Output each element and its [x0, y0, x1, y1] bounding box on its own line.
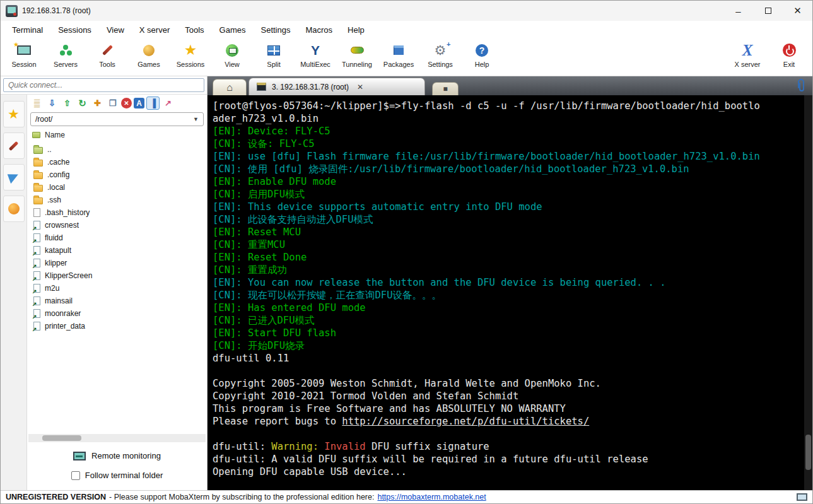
follow-link-icon[interactable]: ↗ — [161, 97, 175, 110]
toolbar-button-view[interactable]: View — [211, 40, 253, 68]
terminal-line: [EN]: Has entered DFU mode — [213, 302, 802, 314]
download-icon[interactable]: ⇩ — [45, 97, 59, 110]
toolbar-button-xserver[interactable]: X X server — [727, 40, 768, 68]
menu-view[interactable]: View — [99, 22, 132, 38]
toolbar-button-exit[interactable]: Exit — [768, 40, 810, 68]
copy-file-icon[interactable]: ❐ — [106, 97, 119, 110]
refresh-icon[interactable]: ↻ — [76, 97, 89, 110]
terminal-line — [213, 365, 802, 377]
sidebar-tab-macros[interactable] — [3, 164, 25, 190]
file-row[interactable]: printer_data — [28, 320, 207, 332]
active-session-tab[interactable]: 3. 192.168.31.78 (root) ✕ — [249, 78, 425, 95]
terminal-link[interactable]: http://sourceforge.net/p/dfu-util/ticket… — [342, 416, 589, 427]
rename-icon[interactable]: A — [134, 98, 144, 108]
toolbar-button-split[interactable]: Split — [253, 40, 295, 68]
terminal-line: [CN]: 设备: FLY-C5 — [213, 138, 802, 150]
file-name: moonraker — [45, 309, 81, 318]
file-name: .config — [47, 170, 69, 179]
terminal-line: [CN]: 此设备支持自动进入DFU模式 — [213, 213, 802, 226]
file-row[interactable]: crowsnest — [28, 219, 207, 231]
file-row[interactable]: .. — [28, 143, 207, 156]
terminal-output: [root@flyos-057364:~/klipper]$=>fly-flas… — [213, 100, 802, 478]
new-folder-icon[interactable]: ✚ — [91, 97, 104, 110]
delete-icon[interactable]: ✕ — [121, 98, 132, 108]
scrollbar-thumb[interactable] — [42, 435, 81, 441]
file-row[interactable]: klipper — [28, 257, 207, 269]
exit-power-icon — [783, 44, 796, 57]
tunneling-icon — [351, 47, 364, 54]
file-row[interactable]: .local — [28, 181, 207, 194]
terminal-area[interactable]: [root@flyos-057364:~/klipper]$=>fly-flas… — [208, 95, 812, 490]
terminal-line: Copyright 2005-2009 Weston Schmidt, Hara… — [213, 377, 802, 390]
menu-help[interactable]: Help — [340, 22, 372, 38]
close-button[interactable]: ✕ — [783, 1, 812, 21]
sidebar-horizontal-scrollbar[interactable] — [28, 434, 206, 442]
toolbar-button-tools[interactable]: Tools — [86, 40, 128, 68]
menu-games[interactable]: Games — [212, 22, 254, 38]
sidebar-tab-sessions[interactable]: ★ — [3, 101, 25, 127]
toolbar-button-packages[interactable]: Packages — [378, 40, 419, 68]
sidebar-tab-sftp[interactable] — [3, 196, 25, 222]
file-row[interactable]: .bash_history — [28, 206, 207, 219]
symlink-icon — [33, 309, 40, 318]
toolbar-button-help[interactable]: ? Help — [461, 40, 503, 68]
minimize-button[interactable]: – — [723, 1, 753, 21]
menu-sessions[interactable]: Sessions — [50, 22, 99, 38]
menu-xserver[interactable]: X server — [132, 22, 177, 38]
new-tab-button[interactable]: ■ — [432, 82, 459, 95]
maximize-button[interactable] — [753, 1, 783, 21]
terminal-line: This program is Free Software and has AB… — [213, 402, 802, 415]
remote-monitoring-button[interactable]: Remote monitoring — [27, 444, 207, 463]
file-row[interactable]: .ssh — [28, 194, 207, 206]
sidebar-tab-tools[interactable] — [3, 132, 25, 159]
file-row[interactable]: mainsail — [28, 295, 207, 307]
home-tab[interactable]: ⌂ — [213, 79, 247, 95]
file-list-header[interactable]: Name — [27, 128, 207, 142]
terminal-line: dfu-util: A valid DFU suffix will be req… — [213, 453, 802, 466]
file-row[interactable]: KlipperScreen — [28, 269, 207, 282]
file-row[interactable]: moonraker — [28, 307, 207, 320]
attachment-paperclip-icon[interactable] — [795, 79, 807, 93]
tab-bar: ⌂ 3. 192.168.31.78 (root) ✕ ■ — [208, 76, 812, 95]
terminal-line: dfu-util: Warning: Invalid DFU suffix si… — [213, 440, 802, 453]
terminal-scrollbar-thumb[interactable] — [805, 435, 811, 470]
file-row[interactable]: katapult — [28, 244, 207, 257]
sftp-file-panel: ▒ ⇩ ⇧ ↻ ✚ ❐ ✕ A ▐ ↗ /root/ ▼ — [27, 95, 207, 490]
quick-connect-bar — [1, 76, 207, 95]
follow-terminal-checkbox[interactable] — [71, 471, 80, 480]
file-name: fluidd — [45, 233, 63, 242]
games-icon — [143, 45, 155, 56]
menu-tools[interactable]: Tools — [177, 22, 211, 38]
mobatek-link[interactable]: https://mobaxterm.mobatek.net — [377, 493, 486, 501]
toolbar-button-tunneling[interactable]: Tunneling — [336, 40, 378, 68]
folder-up-icon — [33, 147, 43, 154]
upload-icon[interactable]: ⇧ — [61, 97, 74, 110]
terminal-line — [213, 428, 802, 440]
file-row[interactable]: m2u — [28, 282, 207, 295]
toolbar-button-servers[interactable]: Servers — [45, 40, 86, 68]
remote-monitoring-icon — [73, 452, 86, 460]
toolbar-button-multiexec[interactable]: Y MultiExec — [295, 40, 336, 68]
mobaxterm-logo-icon — [6, 5, 18, 17]
file-list[interactable]: ...cache.config.local.ssh.bash_historycr… — [27, 142, 207, 432]
toolbar-button-session[interactable]: Session — [3, 40, 45, 68]
menu-terminal[interactable]: Terminal — [4, 22, 50, 38]
file-row[interactable]: fluidd — [28, 231, 207, 244]
file-row[interactable]: .cache — [28, 156, 207, 168]
sync-terminal-icon[interactable]: ▐ — [146, 97, 160, 110]
packages-icon — [394, 45, 404, 55]
menu-macros[interactable]: Macros — [298, 22, 340, 38]
parent-directory-icon[interactable]: ▒ — [30, 97, 44, 110]
toolbar-button-settings[interactable]: ⚙ Settings — [419, 40, 461, 68]
terminal-scrollbar[interactable] — [804, 95, 812, 490]
file-row[interactable]: .config — [28, 168, 207, 181]
path-dropdown[interactable]: /root/ ▼ — [30, 112, 204, 126]
sessions-star-icon: ★ — [184, 43, 197, 57]
tab-close-icon[interactable]: ✕ — [357, 83, 363, 91]
quick-connect-input[interactable] — [3, 78, 204, 92]
sidebar: ★ ▒ ⇩ ⇧ ↻ ✚ ❐ ✕ A ▐ — [1, 76, 208, 490]
toolbar-button-games[interactable]: Games — [128, 40, 170, 68]
menu-settings[interactable]: Settings — [254, 22, 298, 38]
toolbar-button-sessions[interactable]: ★ Sessions — [170, 40, 211, 68]
session-icon — [17, 45, 31, 55]
